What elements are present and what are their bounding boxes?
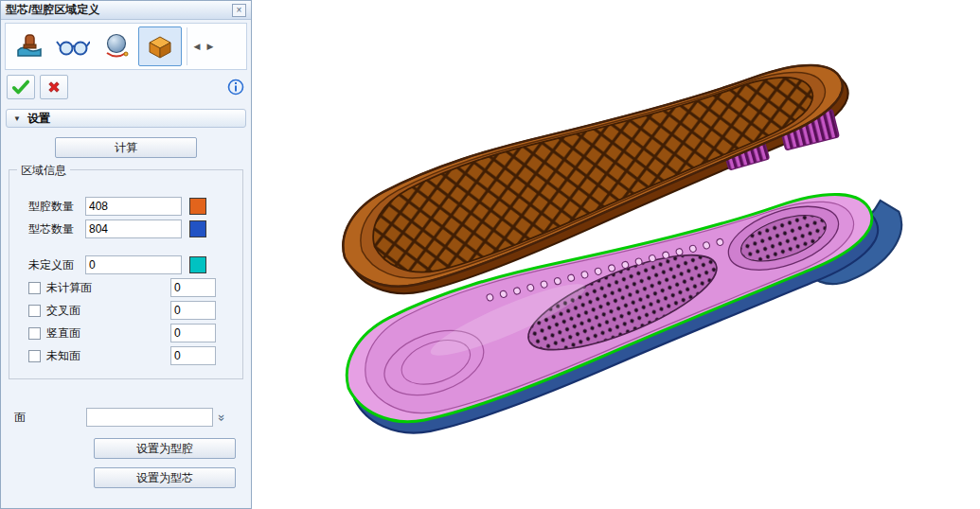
region-info-group: 区域信息 型腔数量 型芯数量 未定义面 未计算面 — [9, 169, 243, 379]
shrink-sphere-button[interactable] — [95, 26, 138, 66]
scroll-right-icon[interactable]: ▶ — [204, 42, 217, 51]
core-cavity-dialog: 型芯/型腔区域定义 × — [0, 0, 252, 509]
toolbar-divider — [187, 27, 187, 65]
parting-tool-icon — [14, 32, 45, 61]
face-select-row: 面 » — [14, 408, 241, 427]
region-definition-button[interactable] — [138, 26, 182, 66]
help-button[interactable] — [226, 78, 245, 97]
close-icon[interactable]: × — [232, 4, 246, 17]
mold-toolbar: ◀ ▶ — [5, 23, 247, 70]
parting-tool-button[interactable] — [8, 26, 51, 66]
vertical-face-row: 竖直面 — [28, 324, 216, 342]
dialog-title: 型芯/型腔区域定义 — [6, 2, 99, 18]
glasses-icon — [56, 33, 90, 60]
set-as-core-button[interactable]: 设置为型芯 — [94, 467, 236, 488]
face-label: 面 — [14, 410, 86, 426]
core-count-label: 型芯数量 — [28, 221, 85, 237]
undefined-face-input[interactable] — [85, 255, 182, 274]
unknown-face-input[interactable] — [170, 346, 216, 365]
crossing-face-input[interactable] — [170, 301, 216, 320]
dialog-titlebar: 型芯/型腔区域定义 × — [1, 1, 251, 20]
ok-button[interactable] — [7, 75, 35, 99]
face-select-input[interactable] — [86, 408, 213, 427]
crossing-face-row: 交叉面 — [28, 301, 216, 320]
uncalculated-face-row: 未计算面 — [28, 278, 216, 297]
region-box-icon — [145, 32, 175, 61]
undefined-face-row: 未定义面 — [28, 255, 235, 274]
core-count-row: 型芯数量 — [28, 219, 235, 238]
calculate-button[interactable]: 计算 — [55, 137, 197, 158]
settings-label: 设置 — [27, 111, 50, 127]
undefined-face-label: 未定义面 — [28, 257, 85, 273]
dialog-actions — [7, 75, 245, 99]
viewport-3d-canvas[interactable] — [252, 0, 980, 509]
vertical-face-input[interactable] — [170, 324, 216, 342]
undefined-color-swatch[interactable] — [189, 256, 206, 273]
unknown-face-row: 未知面 — [28, 346, 216, 365]
check-glasses-button[interactable] — [51, 26, 95, 66]
vertical-face-label: 竖直面 — [46, 325, 80, 342]
crossing-face-checkbox[interactable] — [28, 305, 41, 317]
collapse-arrow-icon: ▼ — [13, 114, 21, 123]
cavity-count-row: 型腔数量 — [28, 197, 235, 216]
cavity-count-label: 型腔数量 — [28, 199, 85, 215]
settings-section-header[interactable]: ▼ 设置 — [6, 109, 246, 128]
uncalculated-face-label: 未计算面 — [46, 280, 92, 296]
core-count-input[interactable] — [85, 219, 182, 238]
vertical-face-checkbox[interactable] — [28, 327, 41, 340]
uncalculated-face-checkbox[interactable] — [28, 282, 41, 294]
unknown-face-label: 未知面 — [46, 348, 80, 364]
scroll-left-icon[interactable]: ◀ — [190, 42, 204, 51]
crossing-face-label: 交叉面 — [46, 303, 80, 319]
cavity-color-swatch[interactable] — [189, 198, 206, 215]
expand-chevron-icon[interactable]: » — [215, 413, 229, 420]
unknown-face-checkbox[interactable] — [28, 350, 41, 362]
set-as-cavity-button[interactable]: 设置为型腔 — [94, 438, 236, 459]
graphics-viewport[interactable] — [252, 0, 980, 509]
sphere-icon — [101, 32, 132, 61]
region-info-title: 区域信息 — [17, 163, 70, 179]
cavity-count-input[interactable] — [85, 197, 182, 216]
check-icon — [11, 79, 30, 96]
info-icon — [227, 79, 244, 96]
cancel-button[interactable] — [40, 75, 68, 99]
cancel-x-icon — [45, 79, 62, 96]
uncalculated-face-input[interactable] — [170, 278, 216, 297]
core-color-swatch[interactable] — [189, 220, 206, 237]
app-window: 型芯/型腔区域定义 × — [0, 0, 980, 509]
